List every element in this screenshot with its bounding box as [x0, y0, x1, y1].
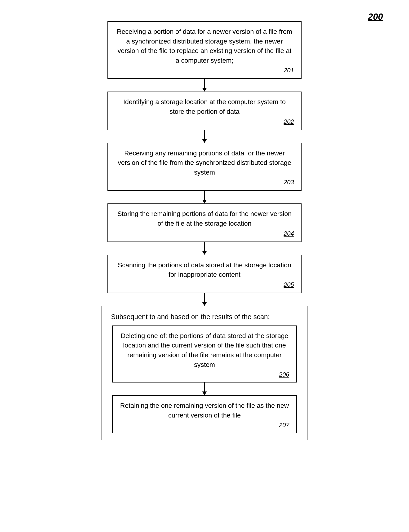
arrow-3 — [202, 191, 207, 203]
arrow-line-3 — [204, 191, 205, 200]
box-201-text: Receiving a portion of data for a newer … — [115, 27, 294, 65]
flow-box-204: Storing the remaining portions of data f… — [107, 203, 302, 242]
flow-wrapper: Receiving a portion of data for a newer … — [98, 21, 311, 440]
arrow-4 — [202, 242, 207, 255]
diagram-number: 200 — [368, 12, 383, 22]
box-205-number: 205 — [284, 281, 294, 288]
arrow-head-4 — [202, 251, 207, 255]
box-203-text: Receiving any remaining portions of data… — [115, 149, 294, 177]
outer-box-label: Subsequent to and based on the results o… — [109, 313, 300, 321]
arrow-head-2 — [202, 139, 207, 143]
arrow-6 — [202, 382, 207, 395]
arrow-line-2 — [204, 130, 205, 139]
flow-box-207: Retaining the one remaining version of t… — [112, 395, 297, 433]
page-container: 200 Receiving a portion of data for a ne… — [0, 0, 409, 532]
arrow-head-3 — [202, 200, 207, 203]
arrow-line-5 — [204, 293, 205, 302]
box-202-number: 202 — [284, 118, 294, 125]
flow-box-205: Scanning the portions of data stored at … — [107, 255, 302, 293]
inner-flow: Deleting one of: the portions of data st… — [109, 325, 300, 433]
box-206-number: 206 — [279, 371, 289, 378]
flow-box-202: Identifying a storage location at the co… — [107, 91, 302, 130]
box-203-number: 203 — [284, 179, 294, 186]
box-202-text: Identifying a storage location at the co… — [115, 97, 294, 116]
box-201-number: 201 — [284, 67, 294, 74]
flow-box-203: Receiving any remaining portions of data… — [107, 143, 302, 191]
box-207-text: Retaining the one remaining version of t… — [120, 401, 289, 420]
arrow-2 — [202, 130, 207, 143]
flow-box-201: Receiving a portion of data for a newer … — [107, 21, 302, 79]
arrow-line-6 — [204, 382, 205, 391]
box-205-text: Scanning the portions of data stored at … — [115, 261, 294, 280]
flow-box-206: Deleting one of: the portions of data st… — [112, 325, 297, 382]
arrow-5 — [202, 293, 207, 306]
arrow-head-5 — [202, 302, 207, 306]
arrow-head-6 — [202, 391, 207, 395]
box-207-number: 207 — [279, 422, 289, 429]
box-204-number: 204 — [284, 230, 294, 237]
box-204-text: Storing the remaining portions of data f… — [115, 209, 294, 228]
arrow-line-4 — [204, 242, 205, 251]
outer-box: Subsequent to and based on the results o… — [102, 306, 307, 441]
arrow-line-1 — [204, 79, 205, 88]
arrow-1 — [202, 79, 207, 91]
box-206-text: Deleting one of: the portions of data st… — [120, 331, 289, 370]
arrow-head-1 — [202, 88, 207, 91]
